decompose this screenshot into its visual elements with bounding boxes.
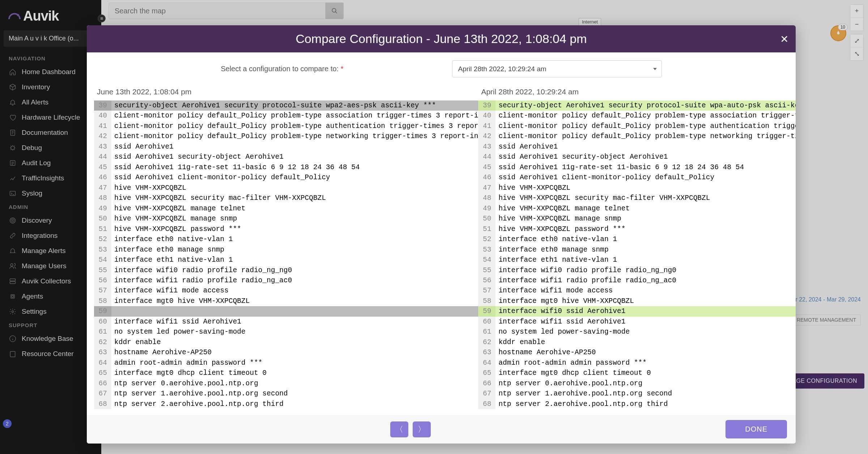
next-diff-button[interactable]: 〉	[413, 421, 431, 437]
diff-left-code: 39security-object Aerohive1 security pro…	[94, 100, 478, 409]
compare-select-row: Select a configuration to compare to: * …	[87, 52, 796, 85]
modal-footer: 〈 〉 DONE	[87, 415, 796, 444]
compare-configuration-modal: Compare Configuration - June 13th 2022, …	[87, 25, 796, 444]
done-button[interactable]: DONE	[726, 420, 787, 438]
diff-right-header: April 28th 2022, 10:29:24 am	[478, 85, 796, 100]
diff-right-column: April 28th 2022, 10:29:24 am 39security-…	[478, 85, 796, 409]
modal-close-button[interactable]: ✕	[780, 33, 788, 45]
modal-header: Compare Configuration - June 13th 2022, …	[87, 25, 796, 52]
compare-to-select[interactable]: April 28th 2022, 10:29:24 am	[452, 60, 662, 77]
diff-nav-arrows: 〈 〉	[390, 421, 431, 437]
diff-left-column: June 13th 2022, 1:08:04 pm 39security-ob…	[94, 85, 478, 409]
modal-title: Compare Configuration - June 13th 2022, …	[295, 32, 587, 46]
select-label: Select a configuration to compare to: *	[221, 65, 343, 73]
diff-grid: June 13th 2022, 1:08:04 pm 39security-ob…	[87, 85, 796, 415]
diff-left-header: June 13th 2022, 1:08:04 pm	[94, 85, 478, 100]
diff-right-code: 39security-object Aerohive1 security pro…	[478, 100, 796, 409]
prev-diff-button[interactable]: 〈	[390, 421, 408, 437]
